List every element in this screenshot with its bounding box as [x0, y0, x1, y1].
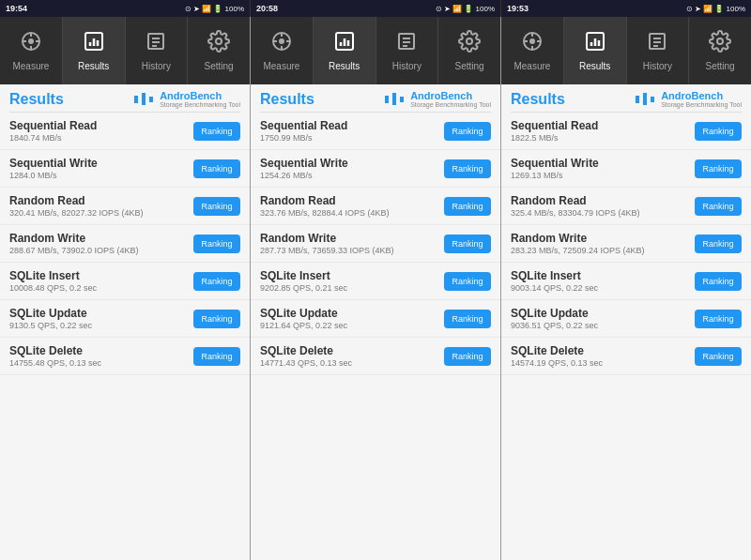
- bench-info-2-5: SQLite Insert 9202.85 QPS, 0.21 sec: [260, 269, 444, 293]
- bench-row-2-3: Random Read 323.76 MB/s, 82884.4 IOPS (4…: [251, 188, 500, 225]
- status-time-2: 20:58: [256, 4, 278, 13]
- bench-info-1-4: Random Write 288.67 MB/s, 73902.0 IOPS (…: [9, 232, 193, 255]
- bench-name-2-2: Sequential Write: [260, 157, 444, 170]
- bench-row-1-3: Random Read 320.41 MB/s, 82027.32 IOPS (…: [0, 188, 250, 225]
- nav-label-measure-panel3: Measure: [513, 61, 550, 71]
- nav-measure-panel1[interactable]: Measure: [0, 17, 63, 84]
- bench-row-3-1: Sequential Read 1822.5 MB/s Ranking: [501, 113, 751, 150]
- results-title-2: Results: [260, 91, 314, 108]
- nav-results-panel1[interactable]: Results: [63, 17, 126, 84]
- ranking-button-3-5[interactable]: Ranking: [695, 272, 742, 291]
- ranking-button-3-7[interactable]: Ranking: [695, 347, 742, 366]
- bench-row-1-7: SQLite Delete 14755.48 QPS, 0.13 sec Ran…: [0, 338, 250, 375]
- results-title-1: Results: [9, 91, 64, 108]
- androbench-name-2: AndroBench: [410, 90, 491, 101]
- androbench-sub-3: Storage Benchmarking Tool: [661, 101, 742, 108]
- bench-info-1-5: SQLite Insert 10008.48 QPS, 0.2 sec: [9, 269, 193, 293]
- ranking-button-1-7[interactable]: Ranking: [193, 347, 240, 366]
- nav-results-panel3[interactable]: Results: [564, 17, 627, 84]
- results-header-1: Results AndroBench Storage Benchmarking …: [0, 84, 250, 112]
- logo-bar1: [134, 96, 138, 103]
- ranking-button-3-3[interactable]: Ranking: [695, 197, 742, 216]
- bench-name-1-5: SQLite Insert: [9, 269, 193, 282]
- setting-icon: [709, 30, 731, 58]
- history-icon: [145, 30, 167, 58]
- ranking-button-2-6[interactable]: Ranking: [444, 310, 491, 328]
- bench-name-3-1: Sequential Read: [511, 119, 695, 132]
- ranking-button-3-4[interactable]: Ranking: [695, 235, 742, 253]
- nav-history-panel3[interactable]: History: [627, 17, 690, 84]
- bench-value-1-2: 1284.0 MB/s: [9, 171, 193, 180]
- bench-name-1-1: Sequential Read: [9, 119, 193, 132]
- bench-value-3-1: 1822.5 MB/s: [511, 133, 695, 143]
- ranking-button-3-6[interactable]: Ranking: [695, 310, 742, 328]
- bench-value-1-6: 9130.5 QPS, 0.22 sec: [9, 321, 193, 330]
- nav-setting-panel3[interactable]: Setting: [689, 17, 751, 84]
- nav-label-history-panel2: History: [392, 61, 421, 71]
- bench-value-1-7: 14755.48 QPS, 0.13 sec: [9, 358, 193, 368]
- setting-icon: [458, 30, 481, 58]
- androbench-logo-3: AndroBench Storage Benchmarking Tool: [636, 90, 742, 108]
- content-3: Results AndroBench Storage Benchmarking …: [501, 84, 751, 560]
- bench-info-3-6: SQLite Update 9036.51 QPS, 0.22 sec: [511, 307, 695, 330]
- logo-bars-3: AndroBench Storage Benchmarking Tool: [636, 90, 742, 108]
- androbench-name-1: AndroBench: [160, 90, 240, 101]
- bench-value-3-5: 9003.14 QPS, 0.22 sec: [511, 283, 695, 293]
- bench-name-2-5: SQLite Insert: [260, 269, 444, 282]
- ranking-button-2-5[interactable]: Ranking: [444, 272, 491, 291]
- bench-info-2-2: Sequential Write 1254.26 MB/s: [260, 157, 444, 180]
- nav-measure-panel3[interactable]: Measure: [501, 17, 564, 84]
- ranking-button-1-6[interactable]: Ranking: [193, 310, 240, 328]
- nav-history-panel2[interactable]: History: [376, 17, 439, 84]
- ranking-button-2-7[interactable]: Ranking: [444, 347, 491, 366]
- results-icon: [333, 30, 356, 58]
- bench-name-2-6: SQLite Update: [260, 307, 444, 320]
- bench-info-3-2: Sequential Write 1269.13 MB/s: [511, 157, 695, 180]
- nav-bar-1: Measure Results History Setting: [0, 17, 250, 84]
- ranking-button-1-2[interactable]: Ranking: [193, 159, 240, 178]
- nav-setting-panel2[interactable]: Setting: [438, 17, 500, 84]
- bench-name-1-4: Random Write: [9, 232, 193, 245]
- ranking-button-1-5[interactable]: Ranking: [193, 272, 240, 291]
- ranking-button-1-3[interactable]: Ranking: [193, 197, 240, 216]
- logo-bar3: [651, 97, 654, 102]
- nav-label-results-panel3: Results: [579, 61, 610, 71]
- results-icon: [584, 30, 606, 58]
- bench-row-3-7: SQLite Delete 14574.19 QPS, 0.13 sec Ran…: [501, 338, 751, 375]
- status-bar-3: 19:53 ⊙ ➤ 📶 🔋 100%: [501, 0, 751, 17]
- nav-results-panel2[interactable]: Results: [314, 17, 376, 84]
- bench-row-1-6: SQLite Update 9130.5 QPS, 0.22 sec Ranki…: [0, 300, 250, 338]
- bench-name-1-7: SQLite Delete: [9, 344, 193, 357]
- logo-bars-2: AndroBench Storage Benchmarking Tool: [385, 90, 491, 108]
- bench-name-2-1: Sequential Read: [260, 119, 444, 132]
- bench-name-3-7: SQLite Delete: [511, 344, 695, 357]
- ranking-button-1-1[interactable]: Ranking: [193, 122, 240, 141]
- nav-bar-2: Measure Results History Setting: [251, 17, 500, 84]
- ranking-button-1-4[interactable]: Ranking: [193, 235, 240, 253]
- androbench-sub-1: Storage Benchmarking Tool: [160, 101, 240, 108]
- nav-history-panel1[interactable]: History: [126, 17, 189, 84]
- svg-point-14: [216, 38, 222, 44]
- bench-info-2-6: SQLite Update 9121.64 QPS, 0.22 sec: [260, 307, 444, 330]
- nav-measure-panel2[interactable]: Measure: [251, 17, 314, 84]
- panel-2: Measure Results History Setting Results: [251, 17, 501, 560]
- logo-bar2: [142, 93, 146, 105]
- ranking-button-2-4[interactable]: Ranking: [444, 235, 491, 253]
- bench-row-2-1: Sequential Read 1750.99 MB/s Ranking: [251, 113, 500, 150]
- bench-row-2-4: Random Write 287.73 MB/s, 73659.33 IOPS …: [251, 225, 500, 263]
- ranking-button-3-2[interactable]: Ranking: [695, 159, 742, 178]
- bench-value-2-4: 287.73 MB/s, 73659.33 IOPS (4KB): [260, 246, 444, 255]
- ranking-button-2-1[interactable]: Ranking: [444, 122, 491, 141]
- ranking-button-2-2[interactable]: Ranking: [444, 159, 491, 178]
- bench-name-1-2: Sequential Write: [9, 157, 193, 170]
- nav-setting-panel1[interactable]: Setting: [188, 17, 250, 84]
- ranking-button-2-3[interactable]: Ranking: [444, 197, 491, 216]
- bench-row-1-1: Sequential Read 1840.74 MB/s Ranking: [0, 113, 250, 150]
- nav-label-setting-panel2: Setting: [455, 61, 484, 71]
- ranking-button-3-1[interactable]: Ranking: [695, 122, 742, 141]
- bench-row-1-2: Sequential Write 1284.0 MB/s Ranking: [0, 150, 250, 188]
- history-icon: [395, 30, 418, 58]
- bench-value-2-3: 323.76 MB/s, 82884.4 IOPS (4KB): [260, 208, 444, 218]
- results-header-3: Results AndroBench Storage Benchmarking …: [501, 84, 751, 112]
- results-title-3: Results: [511, 91, 565, 108]
